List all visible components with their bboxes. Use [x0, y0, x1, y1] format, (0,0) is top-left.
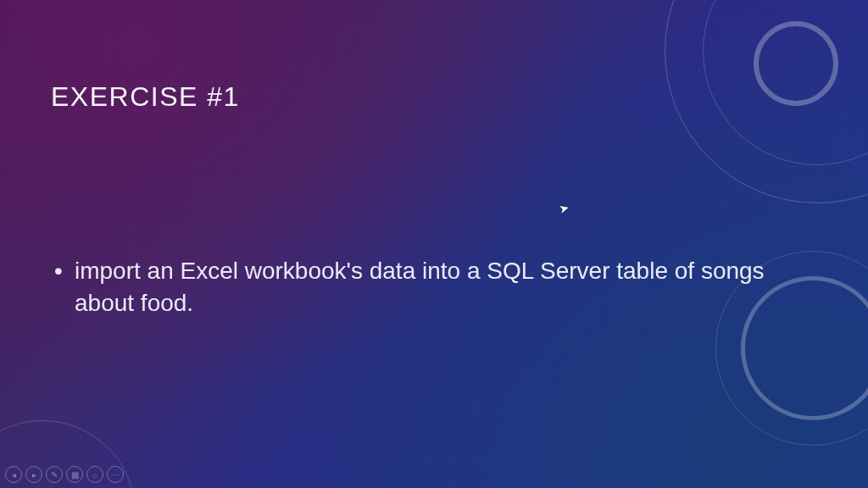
see-all-slides-button[interactable]: ▦	[66, 466, 83, 483]
prev-slide-button[interactable]: ◂	[5, 466, 22, 483]
slide-title: EXERCISE #1	[51, 81, 817, 113]
mouse-cursor-icon: ➤	[558, 201, 571, 217]
presenter-toolbar: ◂ ▸ ✎ ▦ ⌕ ⋯	[5, 466, 124, 483]
zoom-button[interactable]: ⌕	[86, 466, 103, 483]
bullet-item: import an Excel workbook's data into a S…	[75, 255, 817, 319]
more-options-button[interactable]: ⋯	[107, 466, 124, 483]
next-slide-button[interactable]: ▸	[25, 466, 42, 483]
bullet-list: import an Excel workbook's data into a S…	[51, 255, 817, 319]
slide: EXERCISE #1 import an Excel workbook's d…	[0, 0, 868, 488]
pen-button[interactable]: ✎	[46, 466, 63, 483]
